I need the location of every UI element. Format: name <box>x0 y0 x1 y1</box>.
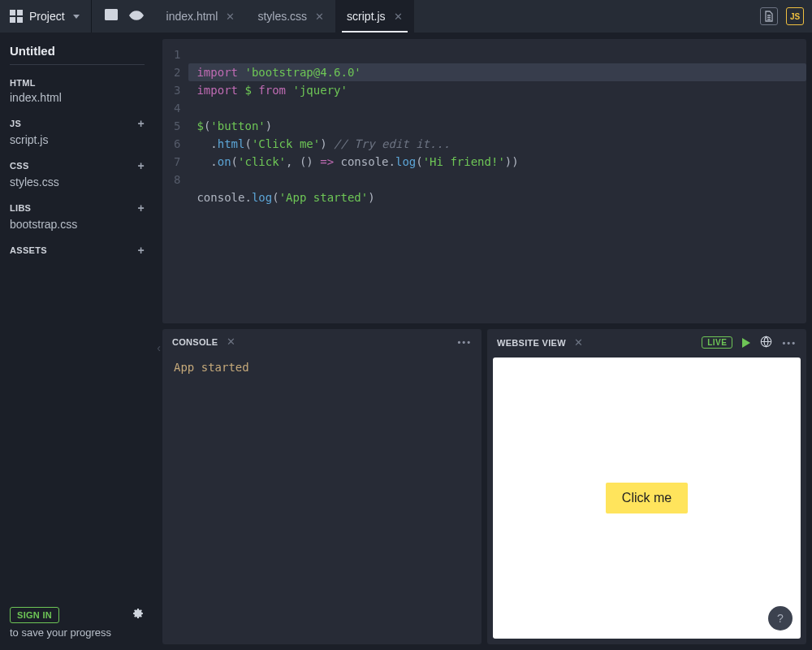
chevron-down-icon <box>73 15 80 19</box>
sign-in-button[interactable]: SIGN IN <box>10 607 59 623</box>
gear-icon[interactable] <box>132 607 145 623</box>
project-menu[interactable]: Project <box>0 0 89 32</box>
tab-label: styles.css <box>257 10 307 23</box>
file-doc-icon[interactable] <box>760 7 778 25</box>
project-menu-label: Project <box>29 10 65 23</box>
globe-icon[interactable] <box>760 336 772 349</box>
console-title: CONSOLE <box>172 337 218 347</box>
group-label: CSS <box>10 161 29 171</box>
editor-tabs: index.html ✕ styles.css ✕ script.js ✕ <box>155 0 752 32</box>
project-title[interactable]: Untitled <box>10 41 145 65</box>
tab-label: index.html <box>166 10 218 23</box>
svg-point-1 <box>134 14 137 17</box>
sidebar-item-bootstrap-css[interactable]: bootstrap.css <box>10 216 154 236</box>
website-preview[interactable]: Click me <box>493 358 801 639</box>
group-label: ASSETS <box>10 245 47 255</box>
terminal-icon[interactable] <box>105 9 118 24</box>
group-libs: LIBS + <box>10 193 154 216</box>
apps-icon <box>10 10 23 23</box>
code-content[interactable]: import 'bootstrap@4.6.0' import $ from '… <box>188 39 806 323</box>
close-icon[interactable]: ✕ <box>394 11 403 23</box>
group-label: JS <box>10 119 21 128</box>
group-label: HTML <box>10 78 36 88</box>
add-js-button[interactable]: + <box>138 117 145 130</box>
close-icon[interactable]: ✕ <box>226 11 235 23</box>
group-css: CSS + <box>10 151 154 174</box>
line-gutter: 12345678 <box>162 39 188 323</box>
website-view-panel: WEBSITE VIEW ✕ LIVE ••• Click me <box>487 329 806 644</box>
code-editor[interactable]: 12345678 import 'bootstrap@4.6.0' import… <box>162 39 806 323</box>
add-asset-button[interactable]: + <box>138 244 145 257</box>
tab-label: script.js <box>347 10 385 23</box>
top-right-icons: JS <box>752 0 812 32</box>
sidebar-item-script-js[interactable]: script.js <box>10 132 154 151</box>
website-view-title: WEBSITE VIEW <box>497 338 566 348</box>
close-icon[interactable]: ✕ <box>315 11 324 23</box>
play-icon[interactable] <box>742 338 750 348</box>
svg-rect-0 <box>105 10 117 20</box>
save-progress-text: to save your progress <box>10 626 154 642</box>
add-css-button[interactable]: + <box>138 159 145 172</box>
add-lib-button[interactable]: + <box>138 202 145 214</box>
tab-styles-css[interactable]: styles.css ✕ <box>246 0 335 32</box>
sidebar: Untitled HTML index.html JS + script.js … <box>0 32 154 650</box>
group-js: JS + <box>10 109 154 132</box>
top-tool-icons <box>93 0 155 32</box>
eye-icon[interactable] <box>129 9 144 24</box>
close-icon[interactable]: ✕ <box>574 336 583 349</box>
sidebar-item-index-html[interactable]: index.html <box>10 89 154 109</box>
live-badge[interactable]: LIVE <box>702 336 732 349</box>
more-icon[interactable]: ••• <box>457 337 472 347</box>
file-js-icon[interactable]: JS <box>786 7 804 25</box>
top-tab-bar: Project index.html ✕ styles.css ✕ script… <box>0 0 812 32</box>
close-icon[interactable]: ✕ <box>227 336 235 348</box>
tab-script-js[interactable]: script.js ✕ <box>335 0 413 32</box>
group-html: HTML <box>10 70 154 89</box>
console-output[interactable]: App started <box>162 353 482 382</box>
group-label: LIBS <box>10 203 31 213</box>
group-assets: ASSETS + <box>10 236 154 258</box>
sidebar-item-styles-css[interactable]: styles.css <box>10 174 154 193</box>
preview-click-me-button[interactable]: Click me <box>606 483 688 514</box>
sidebar-resize-handle[interactable]: ‹ <box>157 341 161 354</box>
console-panel: CONSOLE ✕ ••• App started <box>162 329 482 644</box>
more-icon[interactable]: ••• <box>782 338 797 348</box>
tab-index-html[interactable]: index.html ✕ <box>155 0 247 32</box>
help-button[interactable]: ? <box>768 606 793 630</box>
